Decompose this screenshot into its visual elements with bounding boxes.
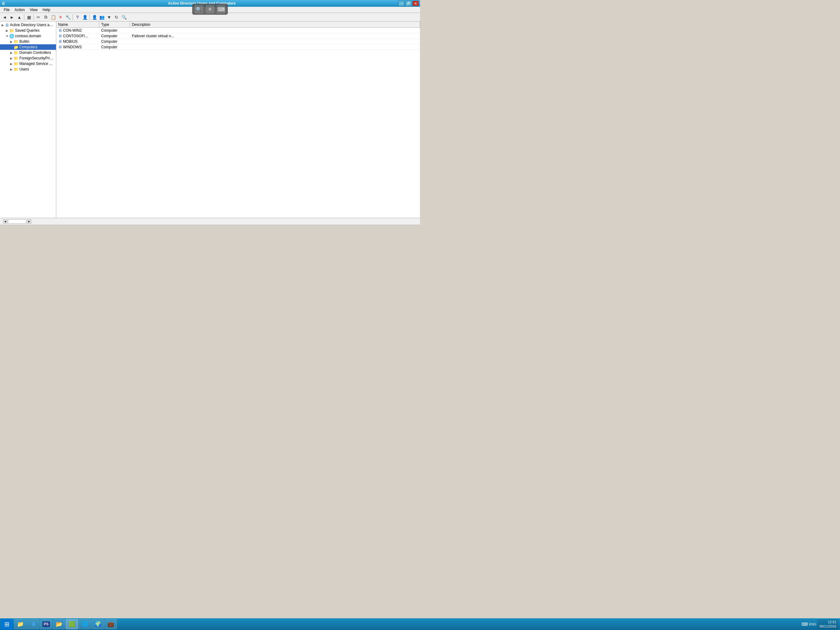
paste-button[interactable]: 📋 — [50, 14, 57, 21]
menu-file[interactable]: File — [1, 7, 12, 13]
app-icon: 🖥 — [1, 1, 6, 6]
show-standard-button[interactable]: ▦ — [25, 14, 32, 21]
expand-foreign-security: ▶ — [9, 57, 14, 60]
status-bar: ◄ ► — [0, 218, 420, 225]
cell-type: Computer — [99, 28, 130, 33]
computer-icon: 🖥 — [58, 44, 62, 49]
tree-item-computers[interactable]: 📁 Computers — [0, 44, 56, 50]
root-icon: 🖥 — [5, 23, 9, 27]
tree-item-contoso[interactable]: ▼ 🌐 contoso.domain — [0, 33, 56, 39]
tree-label-domain-controllers: Domain Controllers — [19, 51, 51, 55]
tree-label-saved-queries: Saved Queries — [15, 28, 39, 33]
cut-button[interactable]: ✂ — [35, 14, 42, 21]
foreign-security-icon: 📁 — [14, 56, 19, 60]
table-row[interactable]: 🖥 MOBIUS Computer — [56, 39, 420, 44]
toolbar-sep-3 — [73, 14, 73, 20]
content-panel: Name Type Description 🖥 CON-WIN2 Compute… — [56, 22, 420, 218]
col-header-name[interactable]: Name — [56, 22, 99, 27]
tree-label-contoso: contoso.domain — [15, 34, 41, 38]
delete-button[interactable]: ✕ — [57, 14, 64, 21]
expand-builtin: ▶ — [9, 40, 14, 43]
tree-label-managed-service: Managed Service Accoun — [19, 62, 55, 66]
table-row[interactable]: 🖥 WINDOWS Computer — [56, 44, 420, 50]
tree-item-builtin[interactable]: ▶ 📁 Builtin — [0, 39, 56, 44]
minimize-button[interactable]: ─ — [398, 1, 405, 6]
tree-label-computers: Computers — [19, 45, 38, 49]
computer-icon: 🖥 — [58, 39, 62, 44]
tree-panel: ▶ 🖥 Active Directory Users and Com ▶ 📁 S… — [0, 22, 56, 218]
saved-queries-icon: 📁 — [9, 28, 14, 33]
main-area: ▶ 🖥 Active Directory Users and Com ▶ 📁 S… — [0, 22, 420, 218]
expand-managed-service: ▶ — [9, 62, 14, 65]
tree-item-managed-service[interactable]: ▶ 📁 Managed Service Accoun — [0, 61, 56, 66]
col-header-type[interactable]: Type — [99, 22, 130, 27]
tree-label-foreign-security: ForeignSecurityPrincipals — [19, 56, 55, 60]
tree-label-builtin: Builtin — [19, 40, 30, 44]
managed-service-icon: 📁 — [14, 62, 19, 66]
close-button[interactable]: ✕ — [412, 1, 419, 6]
tree-label-users: Users — [19, 67, 29, 71]
zoom-search-btn[interactable]: 🔍 — [195, 5, 203, 14]
delegate-button[interactable]: 👤 — [82, 14, 88, 21]
new-group-button[interactable]: 👥 — [98, 14, 105, 21]
window-controls: ─ 🗗 ✕ — [398, 1, 419, 6]
cell-type: Computer — [99, 45, 130, 49]
computers-icon: 📁 — [14, 45, 19, 49]
table-row[interactable]: 🖥 CONTOSOFI... Computer Failover cluster… — [56, 33, 420, 39]
col-header-description[interactable]: Description — [130, 22, 420, 27]
back-button[interactable]: ◄ — [1, 14, 8, 21]
computer-icon: 🖥 — [58, 33, 62, 38]
tree-item-domain-controllers[interactable]: ▶ 📁 Domain Controllers — [0, 50, 56, 55]
cell-description: Failover cluster virtual n... — [130, 34, 420, 38]
find-button[interactable]: 🔍 — [120, 14, 127, 21]
zoom-menu-btn[interactable]: ≡ — [206, 5, 214, 14]
expand-root: ▶ — [1, 24, 5, 27]
zoom-keyboard-btn[interactable]: ⌨ — [217, 5, 225, 14]
contoso-icon: 🌐 — [9, 34, 14, 38]
toolbar-sep-1 — [24, 14, 24, 20]
domain-controllers-icon: 📁 — [14, 51, 19, 55]
scroll-controls: ◄ ► — [3, 219, 32, 224]
scroll-left-btn[interactable]: ◄ — [3, 219, 7, 224]
refresh-button[interactable]: ↻ — [113, 14, 120, 21]
zoom-overlay: 🔍 ≡ ⌨ — [192, 4, 228, 15]
up-button[interactable]: ▲ — [16, 14, 23, 21]
menu-view[interactable]: View — [27, 7, 40, 13]
tree-item-saved-queries[interactable]: ▶ 📁 Saved Queries — [0, 28, 56, 33]
forward-button[interactable]: ► — [9, 14, 15, 21]
copy-button[interactable]: ⧉ — [43, 14, 49, 21]
properties-button[interactable]: 🔧 — [65, 14, 71, 21]
cell-name: 🖥 CONTOSOFI... — [56, 33, 99, 38]
cell-type: Computer — [99, 34, 130, 38]
tree-item-root[interactable]: ▶ 🖥 Active Directory Users and Com — [0, 22, 56, 28]
expand-contoso: ▼ — [5, 35, 9, 38]
expand-domain-controllers: ▶ — [9, 51, 14, 54]
scroll-right-btn[interactable]: ► — [27, 219, 32, 224]
menu-action[interactable]: Action — [12, 7, 27, 13]
cell-name: 🖥 WINDOWS — [56, 44, 99, 49]
scroll-indicator — [8, 219, 27, 224]
users-icon: 📁 — [14, 67, 19, 72]
table-row[interactable]: 🖥 CON-WIN2 Computer — [56, 28, 420, 33]
help-toolbar-button[interactable]: ? — [74, 14, 81, 21]
toolbar-sep-2 — [33, 14, 34, 20]
expand-users: ▶ — [9, 68, 14, 71]
filter-button[interactable]: ▼ — [106, 14, 112, 21]
new-user-button[interactable]: 👤 — [91, 14, 98, 21]
expand-saved-queries: ▶ — [5, 29, 9, 32]
cell-name: 🖥 CON-WIN2 — [56, 28, 99, 33]
cell-name: 🖥 MOBIUS — [56, 39, 99, 44]
tree-item-users[interactable]: ▶ 📁 Users — [0, 66, 56, 72]
restore-button[interactable]: 🗗 — [405, 1, 412, 6]
menu-help[interactable]: Help — [40, 7, 53, 13]
list-header: Name Type Description — [56, 22, 420, 28]
cell-type: Computer — [99, 40, 130, 44]
tree-label-root: Active Directory Users and Com — [10, 23, 55, 27]
builtin-icon: 📁 — [14, 40, 19, 44]
tree-item-foreign-security[interactable]: ▶ 📁 ForeignSecurityPrincipals — [0, 55, 56, 61]
computer-icon: 🖥 — [58, 28, 62, 33]
